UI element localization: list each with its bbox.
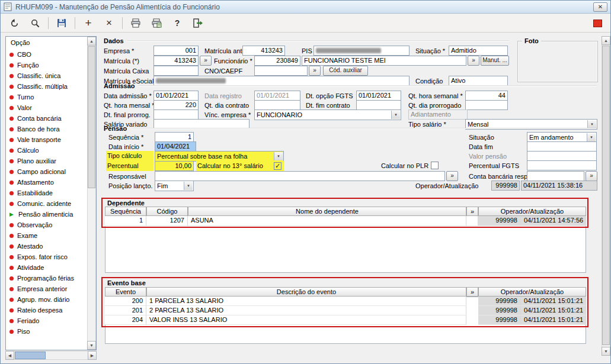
evento-cell-evento[interactable]: 201	[105, 306, 146, 315]
dt-final-prorrog-field[interactable]	[153, 109, 199, 120]
funcionario-nome-field[interactable]: FUNCIONARIO TESTE MEI	[302, 56, 466, 66]
sidebar-item[interactable]: Banco de hora	[7, 124, 86, 134]
percentual-field[interactable]: 10,00	[155, 161, 194, 171]
sidebar-item[interactable]: Afastamento	[7, 177, 86, 188]
main-scroll-thumb[interactable]	[602, 46, 610, 345]
percentual-fgts-field[interactable]	[527, 160, 597, 170]
sidebar-item[interactable]: Empresa anterior	[7, 284, 86, 294]
dependente-cell-nome[interactable]: ASUNA	[188, 216, 466, 226]
chevron-down-icon[interactable]: ▼	[391, 111, 400, 119]
pis-field[interactable]	[314, 46, 410, 56]
cno-lookup-button[interactable]: »	[309, 66, 321, 76]
data-fim-field[interactable]	[527, 141, 597, 152]
calc-plr-checkbox[interactable]	[431, 162, 439, 169]
calc-13-checkbox[interactable]: ✓	[274, 162, 281, 170]
dt-fim-contrato-field[interactable]	[356, 100, 401, 110]
evento-cell-descricao[interactable]: 1 PARCELA 13 SALARIO	[146, 297, 466, 306]
funcionario-lookup-button[interactable]: »	[468, 56, 479, 66]
sidebar-scroll-left-button[interactable]: ◀	[5, 351, 14, 360]
sidebar-item[interactable]: Valor	[7, 102, 86, 113]
sidebar-item[interactable]: Observação	[7, 220, 86, 230]
help-button[interactable]: ?	[169, 16, 185, 30]
condicao-field[interactable]: Ativo	[449, 76, 508, 86]
posicao-lancto-combo[interactable]: Fim▼	[155, 181, 194, 191]
qt-hora-mensal-field[interactable]: 220	[153, 100, 199, 110]
cod-auxiliar-button[interactable]: Cód. auxiliar	[323, 66, 368, 76]
sidebar-scroll-up-button[interactable]: ▲	[87, 37, 96, 46]
sidebar-item[interactable]: Campo adicional	[7, 166, 86, 177]
responsavel-lookup-button[interactable]: »	[446, 171, 458, 181]
sidebar-item[interactable]: Vale transporte	[7, 134, 86, 145]
close-button[interactable]: ✕	[593, 2, 607, 12]
sidebar-item[interactable]: Cálculo	[7, 145, 86, 156]
sidebar-item[interactable]: Classific. única	[7, 70, 86, 81]
sidebar-item[interactable]: Classific. múltipla	[7, 81, 86, 92]
sidebar-item[interactable]: Estabilidade	[7, 188, 86, 198]
evento-cell-evento[interactable]: 204	[105, 315, 146, 325]
dependente-cell-blank[interactable]	[466, 216, 478, 226]
sidebar-item[interactable]: Feriado	[7, 315, 86, 326]
sidebar-item[interactable]: Plano auxiliar	[7, 156, 86, 166]
main-scroll-down-button[interactable]: ▼	[602, 347, 610, 356]
sidebar-item[interactable]: Atividade	[7, 262, 86, 273]
conta-bancaria-resp-field[interactable]	[527, 171, 584, 181]
sidebar-item[interactable]: Atestado	[7, 241, 86, 252]
exit-button[interactable]	[190, 16, 206, 30]
evento-lookup-button[interactable]: »	[466, 287, 478, 297]
sidebar-item[interactable]: Agrup. mov. diário	[7, 294, 86, 305]
sidebar-item[interactable]: Expos. fator risco	[7, 252, 86, 262]
dt-opcao-fgts-field[interactable]: 01/01/2021	[356, 91, 401, 101]
sidebar-item[interactable]: Conta bancária	[7, 113, 86, 124]
vinc-empresa-combo[interactable]: FUNCIONARIO▼	[254, 109, 401, 120]
print-button[interactable]	[128, 16, 143, 30]
sidebar-item[interactable]: CBO	[7, 49, 86, 60]
sequencia-field[interactable]: 1	[155, 132, 194, 142]
conta-bancaria-lookup-button[interactable]: »	[586, 171, 597, 181]
responsavel-field[interactable]	[155, 171, 445, 181]
chevron-down-icon[interactable]: ▼	[184, 182, 193, 190]
dependente-cell-sequencia[interactable]: 1	[105, 216, 146, 226]
matricula-field[interactable]: 413243	[153, 56, 199, 66]
chevron-down-icon[interactable]: ▼	[274, 152, 283, 160]
sidebar-scroll-down-button[interactable]: ▼	[87, 341, 96, 350]
print-batch-button[interactable]	[149, 16, 164, 30]
undo-button[interactable]	[7, 16, 22, 30]
data-admissao-field[interactable]: 01/01/2021	[153, 91, 199, 101]
qt-dia-prorrogado-field[interactable]	[465, 100, 508, 110]
evento-cell-evento[interactable]: 200	[105, 297, 146, 306]
matricula-caixa-field[interactable]	[153, 66, 199, 76]
cno-caepf-field[interactable]	[254, 66, 308, 76]
tipo-calculo-combo[interactable]: Percentual sobre base na folha▼	[155, 151, 284, 162]
evento-cell-descricao[interactable]: VALOR INSS 13 SALARIO	[146, 315, 466, 325]
dependente-lookup-button[interactable]: »	[466, 207, 478, 216]
delete-record-button[interactable]: ×	[101, 16, 117, 30]
matricula-esocial-field[interactable]	[153, 76, 410, 86]
sidebar-item[interactable]: Função	[7, 60, 86, 70]
add-record-button[interactable]: +	[81, 16, 96, 30]
matricula-lookup-button[interactable]: »	[200, 56, 212, 66]
data-inicio-field[interactable]: 01/04/2021	[155, 141, 196, 152]
sidebar-hscroll-thumb[interactable]	[15, 352, 46, 359]
qt-dia-contrato-field[interactable]	[254, 100, 300, 110]
funcionario-code-field[interactable]: 230849	[254, 56, 300, 66]
sidebar-item[interactable]: Piso	[7, 326, 86, 337]
chevron-down-icon[interactable]: ▼	[587, 120, 596, 128]
empresa-field[interactable]: 001	[153, 46, 199, 56]
sidebar-item[interactable]: Exame	[7, 230, 86, 241]
sidebar-item[interactable]: Turno	[7, 92, 86, 102]
chevron-down-icon[interactable]: ▼	[587, 133, 596, 141]
sidebar-scroll-thumb[interactable]	[88, 46, 95, 188]
sidebar-item[interactable]: ▶Pensão alimenticia	[7, 209, 86, 220]
search-button[interactable]	[27, 16, 43, 30]
evento-cell-descricao[interactable]: 2 PARCELA 13 SALARIO	[146, 306, 466, 315]
qt-hora-semanal-field[interactable]: 44	[465, 91, 508, 101]
manut-button[interactable]: Manut. ...	[481, 56, 509, 66]
main-scroll-up-button[interactable]: ▲	[602, 36, 610, 45]
dependente-cell-codigo[interactable]: 1207	[146, 216, 188, 226]
situacao-contrato-field[interactable]: Admitido	[449, 46, 508, 56]
sidebar-item[interactable]: Comunic. acidente	[7, 198, 86, 209]
matricula-anterior-field[interactable]: 413243	[242, 46, 285, 56]
sidebar-item[interactable]: Rateio despesa	[7, 305, 86, 315]
sidebar-item[interactable]: Programação férias	[7, 273, 86, 284]
sidebar-scroll-right-button[interactable]: ▶	[88, 351, 97, 360]
